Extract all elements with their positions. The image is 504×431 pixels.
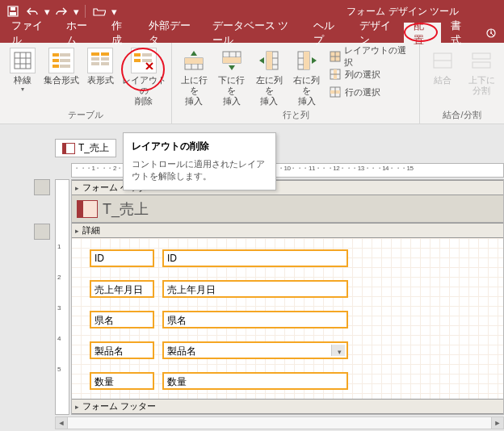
- insert-above-icon: [181, 48, 207, 73]
- field-label[interactable]: ID: [90, 249, 154, 267]
- field-row-qty: 数量 数量: [90, 372, 348, 390]
- ruler-v-mark: 2: [57, 274, 61, 281]
- quick-access-toolbar: ▾ ▾ ▾: [5, 3, 117, 19]
- split-v-icon: [468, 48, 494, 73]
- tab-arrange[interactable]: 配置: [404, 23, 441, 43]
- section-bar-detail[interactable]: 詳細: [72, 223, 503, 238]
- insert-above-label: 上に行を 挿入: [177, 75, 211, 107]
- select-row-label: 行の選択: [345, 86, 380, 98]
- tell-me-icon[interactable]: [478, 23, 504, 43]
- svg-marker-47: [259, 57, 264, 64]
- scroll-track[interactable]: [68, 416, 491, 429]
- insert-row-above-button[interactable]: 上に行を 挿入: [177, 46, 211, 107]
- section-bar-footer[interactable]: フォーム フッター: [72, 399, 503, 414]
- vertical-ruler[interactable]: 1 2 3 4 5: [55, 179, 69, 415]
- select-column-button[interactable]: 列の選択: [327, 65, 414, 83]
- tab-file[interactable]: ファイル: [2, 23, 57, 43]
- field-label[interactable]: 県名: [90, 311, 154, 328]
- object-tab-label: T_売上: [78, 141, 109, 155]
- svg-rect-7: [15, 52, 31, 69]
- select-row-button[interactable]: 行の選択: [327, 83, 414, 101]
- svg-rect-22: [91, 62, 99, 65]
- svg-rect-26: [134, 59, 141, 62]
- insert-below-label: 下に行を 挿入: [214, 75, 248, 107]
- save-icon[interactable]: [5, 3, 21, 19]
- tab-design[interactable]: デザイン: [350, 23, 405, 43]
- field-row-date: 売上年月日 売上年月日: [90, 280, 348, 298]
- undo-dropdown-icon[interactable]: ▾: [44, 3, 50, 19]
- svg-rect-16: [52, 65, 59, 68]
- tab-create[interactable]: 作成: [102, 23, 139, 43]
- group-table-label: テーブル: [5, 107, 166, 123]
- select-layout-icon: [329, 50, 341, 63]
- tab-database-tools[interactable]: データベース ツール: [203, 23, 304, 43]
- svg-rect-17: [60, 65, 70, 68]
- field-control[interactable]: 数量: [162, 372, 348, 390]
- svg-rect-65: [472, 53, 490, 59]
- object-tab[interactable]: T_売上: [55, 139, 116, 157]
- section-selector[interactable]: [34, 224, 50, 240]
- stacked-label: 集合形式: [44, 75, 79, 86]
- svg-rect-34: [185, 58, 203, 64]
- remove-layout-button[interactable]: レイアウトの 削除: [121, 46, 166, 107]
- svg-rect-1: [10, 12, 16, 15]
- svg-rect-18: [91, 52, 99, 56]
- insert-right-icon: [294, 48, 320, 73]
- svg-marker-41: [229, 65, 235, 70]
- group-rowscols-label: 行と列: [177, 107, 414, 123]
- field-label[interactable]: 売上年月日: [90, 280, 154, 298]
- field-control[interactable]: ID: [162, 249, 348, 267]
- detail-section[interactable]: ID ID 売上年月日 売上年月日 県名 県名 製品名 製品名▾ 数量 数量: [72, 238, 503, 415]
- section-selector[interactable]: [34, 179, 50, 195]
- svg-rect-2: [10, 7, 15, 10]
- section-footer-label: フォーム フッター: [82, 400, 156, 412]
- field-control[interactable]: 売上年月日: [162, 280, 348, 298]
- scroll-right-icon[interactable]: ►: [491, 416, 504, 429]
- tooltip-title: レイアウトの削除: [132, 140, 267, 153]
- select-layout-button[interactable]: レイアウトの選択: [327, 48, 414, 65]
- tabular-layout-button[interactable]: 表形式: [82, 46, 118, 86]
- ribbon-group-table: 枠線 ▾ 集合形式 表形式 レイアウトの 削除: [0, 43, 172, 123]
- field-control-combo[interactable]: 製品名▾: [162, 341, 348, 359]
- svg-rect-23: [101, 62, 109, 65]
- ruler-v-mark: 1: [57, 243, 61, 250]
- insert-left-icon: [256, 48, 282, 73]
- tab-help[interactable]: ヘルプ: [304, 23, 350, 43]
- form-title-label[interactable]: T_売上: [103, 199, 149, 219]
- insert-right-label: 右に列を 挿入: [289, 75, 323, 107]
- folder-open-icon[interactable]: [91, 3, 107, 19]
- svg-marker-35: [191, 51, 197, 56]
- redo-dropdown-icon[interactable]: ▾: [73, 3, 79, 19]
- combo-value: 製品名: [167, 345, 196, 357]
- horizontal-scrollbar[interactable]: ◄ ►: [55, 416, 504, 429]
- tab-home[interactable]: ホーム: [57, 23, 103, 43]
- field-label[interactable]: 製品名: [90, 341, 154, 359]
- tab-format[interactable]: 書式: [441, 23, 478, 43]
- svg-rect-27: [142, 59, 152, 62]
- ruler-v-mark: 5: [57, 366, 61, 373]
- select-column-label: 列の選択: [345, 69, 380, 81]
- merge-label: 結合: [434, 75, 452, 86]
- redo-icon[interactable]: [53, 3, 69, 19]
- form-logo-icon: [77, 200, 98, 218]
- folder-dropdown-icon[interactable]: ▾: [111, 3, 117, 19]
- ribbon-group-merge: 結合 上下に 分割 結合/分割: [420, 43, 504, 123]
- merge-icon: [430, 48, 456, 73]
- insert-row-below-button[interactable]: 下に行を 挿入: [214, 46, 248, 107]
- field-label[interactable]: 数量: [90, 372, 154, 390]
- form-header-area[interactable]: T_売上: [72, 195, 503, 223]
- stacked-layout-button[interactable]: 集合形式: [44, 46, 79, 86]
- ribbon-tabs: ファイル ホーム 作成 外部データ データベース ツール ヘルプ デザイン 配置…: [0, 23, 504, 43]
- insert-col-left-button[interactable]: 左に列を 挿入: [252, 46, 286, 107]
- gridlines-button[interactable]: 枠線 ▾: [5, 46, 40, 93]
- tab-external-data[interactable]: 外部データ: [139, 23, 203, 43]
- design-surface[interactable]: フォーム ヘッダー T_売上 詳細 ID ID 売上年月日 売上年月日 県名 県…: [71, 179, 504, 415]
- undo-icon[interactable]: [24, 3, 40, 19]
- svg-rect-25: [142, 53, 152, 56]
- chevron-down-icon: ▾: [338, 348, 342, 356]
- scroll-left-icon[interactable]: ◄: [55, 416, 68, 429]
- field-control[interactable]: 県名: [162, 311, 348, 328]
- insert-col-right-button[interactable]: 右に列を 挿入: [289, 46, 323, 107]
- svg-rect-21: [101, 57, 109, 61]
- svg-marker-53: [312, 57, 317, 64]
